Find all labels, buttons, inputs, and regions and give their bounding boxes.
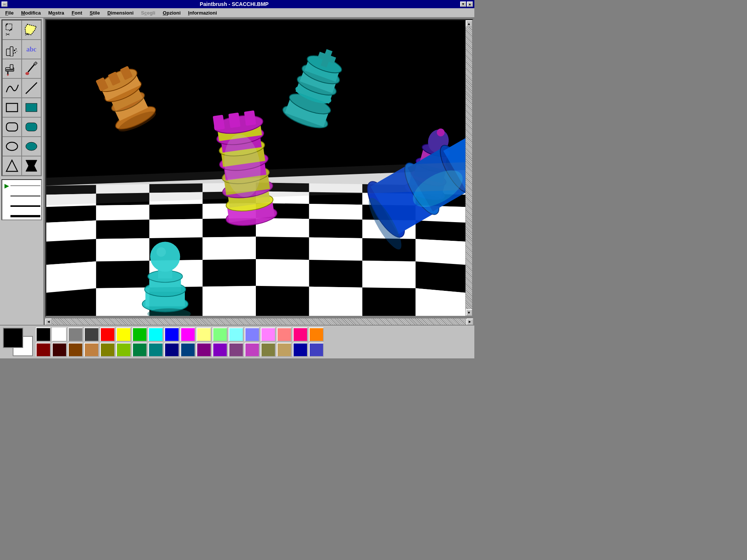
foreground-color-box[interactable]	[3, 328, 23, 348]
svg-marker-82	[362, 261, 416, 288]
swatch-darkblue[interactable]	[180, 343, 195, 357]
svg-rect-24	[6, 123, 18, 131]
tool-select-free[interactable]: ✂	[22, 20, 41, 40]
tool-line[interactable]	[22, 78, 41, 98]
title-bar: ─ Paintbrush - SCACCHI.BMP ▼ ▲	[0, 0, 474, 8]
title-min-btn[interactable]: ▼	[460, 1, 466, 7]
swatch-lightgreen[interactable]	[213, 327, 227, 342]
tool-brush[interactable]	[22, 59, 41, 78]
scroll-down-btn[interactable]: ▼	[466, 309, 472, 316]
swatch-olive[interactable]	[100, 343, 115, 357]
svg-marker-62	[149, 219, 203, 238]
svg-rect-7	[10, 47, 13, 56]
tool-spray[interactable]	[2, 40, 22, 59]
size-option-2[interactable]: ▶	[4, 192, 40, 199]
swatch-cobalt[interactable]	[293, 343, 308, 357]
title-text: Paintbrush - SCACCHI.BMP	[8, 0, 460, 8]
menu-dimensioni[interactable]: Dimensioni	[103, 9, 137, 17]
scroll-right-btn[interactable]: ►	[467, 318, 473, 325]
tool-roller[interactable]	[2, 59, 22, 78]
canvas-wrapper[interactable]: ▲ ▼	[45, 19, 473, 317]
menu-bar: File Modifica Mostra Font Stile Dimensio…	[0, 8, 474, 18]
swatch-lightred[interactable]	[277, 327, 292, 342]
tool-ellipse-filled[interactable]	[22, 137, 41, 156]
svg-point-159	[156, 247, 166, 256]
swatch-darkgray[interactable]	[84, 327, 99, 342]
swatch-darkmaroon[interactable]	[52, 343, 67, 357]
swatch-lightyellow[interactable]	[196, 327, 211, 342]
swatch-khaki[interactable]	[261, 343, 276, 357]
swatch-red[interactable]	[100, 327, 115, 342]
swatch-green[interactable]	[132, 327, 147, 342]
tool-rect-filled[interactable]	[22, 98, 41, 117]
svg-rect-23	[26, 103, 37, 112]
size-option-4[interactable]: ▶	[4, 212, 40, 220]
swatch-violet[interactable]	[213, 343, 227, 357]
svg-marker-77	[96, 261, 149, 288]
tool-rounded-filled[interactable]	[22, 117, 41, 137]
menu-file[interactable]: File	[1, 9, 17, 17]
menu-informazioni[interactable]: Informazioni	[185, 9, 221, 17]
swatch-orange[interactable]	[309, 327, 324, 342]
svg-point-12	[13, 53, 14, 54]
swatch-blue[interactable]	[164, 327, 179, 342]
swatch-cyan[interactable]	[148, 327, 163, 342]
menu-stile[interactable]: Stile	[86, 9, 103, 17]
swatch-peach[interactable]	[277, 343, 292, 357]
svg-point-8	[14, 50, 15, 51]
tool-rounded-outline[interactable]	[2, 117, 22, 137]
svg-line-21	[26, 83, 37, 94]
swatch-yellow[interactable]	[116, 327, 131, 342]
size-option-3[interactable]: ▶	[4, 202, 40, 209]
swatch-purple[interactable]	[196, 343, 211, 357]
swatch-lightblue[interactable]	[245, 327, 260, 342]
swatch-teal[interactable]	[148, 343, 163, 357]
swatch-brown[interactable]	[68, 343, 83, 357]
svg-marker-72	[256, 237, 309, 260]
size-arrow-icon: ▶	[4, 182, 9, 189]
scroll-up-btn[interactable]: ▲	[466, 20, 472, 27]
svg-point-11	[16, 51, 17, 52]
tool-polygon-outline[interactable]	[2, 156, 22, 175]
swatch-gray[interactable]	[68, 327, 83, 342]
tool-rect-outline[interactable]	[2, 98, 22, 117]
svg-marker-81	[309, 260, 363, 287]
current-colors	[3, 328, 33, 356]
size-option-1[interactable]: ▶	[4, 182, 40, 189]
menu-opzioni[interactable]: Opzioni	[159, 9, 185, 17]
swatch-navy[interactable]	[164, 343, 179, 357]
swatch-yellowgreen[interactable]	[116, 343, 131, 357]
scroll-track-v[interactable]	[466, 27, 472, 309]
swatch-mauve[interactable]	[245, 343, 260, 357]
swatch-white[interactable]	[52, 327, 67, 342]
svg-point-27	[26, 142, 37, 150]
tool-ellipse-outline[interactable]	[2, 137, 22, 156]
title-ctrl-btn[interactable]: ─	[1, 1, 7, 7]
svg-rect-25	[26, 123, 37, 131]
tool-polygon-filled[interactable]	[22, 156, 41, 175]
swatch-darkred[interactable]	[36, 343, 51, 357]
swatch-black[interactable]	[36, 327, 51, 342]
scroll-track-h[interactable]	[52, 318, 467, 325]
tools-grid: ✂ ✂	[1, 19, 42, 176]
scroll-left-btn[interactable]: ◄	[45, 318, 52, 325]
menu-mostra[interactable]: Mostra	[44, 9, 68, 17]
palette-row-1	[36, 327, 471, 342]
swatch-tan[interactable]	[84, 343, 99, 357]
size-arrow-2-icon: ▶	[4, 192, 9, 199]
tool-text[interactable]: abc	[22, 40, 41, 59]
swatch-plum[interactable]	[229, 343, 244, 357]
title-max-btn[interactable]: ▲	[467, 1, 473, 7]
svg-rect-14	[10, 65, 13, 69]
swatch-lightcyan[interactable]	[229, 327, 244, 342]
svg-marker-53	[96, 205, 149, 220]
menu-font[interactable]: Font	[68, 9, 86, 17]
menu-modifica[interactable]: Modifica	[17, 9, 44, 17]
swatch-periwinkle[interactable]	[309, 343, 324, 357]
swatch-hotpink[interactable]	[293, 327, 308, 342]
swatch-lightpink[interactable]	[261, 327, 276, 342]
tool-curve[interactable]	[2, 78, 22, 98]
swatch-darkteal[interactable]	[132, 343, 147, 357]
swatch-magenta[interactable]	[180, 327, 195, 342]
tool-select-rect[interactable]: ✂	[2, 20, 22, 40]
